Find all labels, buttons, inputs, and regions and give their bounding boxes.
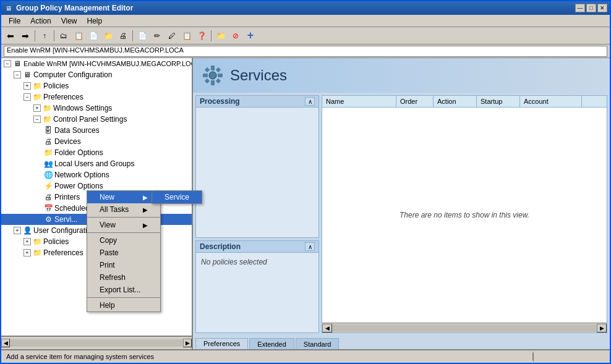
toolbar-delete[interactable]: ⊘: [229, 29, 242, 43]
tree-control-panel[interactable]: − 📁 Control Panel Settings: [1, 114, 192, 125]
toolbar: ⬅ ➡ ↑ 🗂 📋 📄 📁 🖨 📄 ✏ 🖊 📋 ❓ 📁 ⊘ +: [1, 27, 610, 44]
tree-data-sources[interactable]: 🗄 Data Sources: [1, 125, 192, 136]
tree-preferences-label: Preferences: [43, 93, 83, 101]
ctx-print[interactable]: Print: [87, 259, 160, 271]
tree-policies-label: Policies: [43, 82, 69, 90]
app-icon: 🖥: [4, 3, 14, 13]
ctx-new-arrow: ▶: [143, 194, 148, 201]
forward-button[interactable]: ➡: [19, 29, 32, 43]
menu-help[interactable]: Help: [82, 15, 108, 27]
svg-rect-4: [218, 74, 223, 77]
back-button[interactable]: ⬅: [4, 29, 17, 43]
expand-user-config[interactable]: +: [14, 227, 21, 234]
description-panel: Description ∧ No policies selected: [195, 240, 319, 333]
tree-preferences[interactable]: − 📁 Preferences: [1, 91, 192, 103]
power-icon: ⚡: [43, 181, 53, 191]
services-icon: ⚙: [43, 214, 53, 224]
toolbar-icon-7[interactable]: ✏: [150, 29, 164, 43]
tree-devices[interactable]: 🖨 Devices: [1, 136, 192, 147]
scroll-right-btn[interactable]: ▶: [597, 324, 607, 332]
scroll-track[interactable]: [332, 324, 597, 332]
up-button[interactable]: ↑: [38, 29, 51, 43]
toolbar-icon-2[interactable]: 📋: [72, 29, 85, 43]
toolbar-icon-3[interactable]: 📄: [87, 29, 100, 43]
expand-computer-config[interactable]: −: [14, 71, 21, 78]
tree-folder-options[interactable]: 📁 Folder Options: [1, 147, 192, 158]
ctx-all-tasks[interactable]: All Tasks ▶: [87, 203, 160, 216]
left-scroll-right[interactable]: ▶: [183, 339, 192, 347]
expand-root[interactable]: −: [4, 60, 11, 67]
bottom-area: ◀ ▶ Preferences Extended Standard: [1, 336, 610, 349]
description-panel-header: Description ∧: [196, 241, 318, 253]
tree-data-sources-label: Data Sources: [54, 126, 100, 135]
menu-action[interactable]: Action: [25, 15, 56, 27]
user-config-icon: 👤: [22, 226, 32, 235]
title-bar: 🖥 Group Policy Management Editor — □ ✕: [1, 1, 610, 15]
folder-control-icon: 📁: [42, 114, 52, 124]
tree-policies[interactable]: + 📁 Policies: [1, 80, 192, 91]
close-button[interactable]: ✕: [597, 4, 607, 12]
description-collapse-btn[interactable]: ∧: [305, 242, 315, 251]
maximize-button[interactable]: □: [586, 4, 596, 12]
col-order: Order: [396, 96, 434, 107]
ctx-paste[interactable]: Paste: [87, 247, 160, 259]
toolbar-icon-4[interactable]: 📁: [101, 29, 115, 43]
expand-preferences[interactable]: −: [24, 93, 31, 101]
menu-view[interactable]: View: [56, 15, 82, 27]
computer-icon: 🖥: [22, 70, 32, 80]
ctx-new[interactable]: New ▶: [87, 191, 160, 203]
title-buttons: — □ ✕: [575, 4, 607, 12]
tree-network-options[interactable]: 🌐 Network Options: [1, 169, 192, 180]
table-header: Name Order Action Startup Account: [322, 96, 607, 108]
toolbar-icon-10[interactable]: ❓: [195, 29, 208, 43]
minimize-button[interactable]: —: [575, 4, 585, 12]
folder-user-policies-icon: 📁: [32, 237, 42, 247]
status-text: Add a service item for managing system s…: [4, 353, 533, 360]
toolbar-add[interactable]: +: [244, 29, 257, 43]
ctx-sep-3: [87, 297, 160, 298]
toolbar-icon-8[interactable]: 🖊: [165, 29, 179, 43]
toolbar-icon-6[interactable]: 📄: [135, 29, 149, 43]
address-text[interactable]: Enable WnRM [WIN-HCVHMSAMBUJ.MEGACORP.LO…: [4, 46, 607, 57]
ctx-help[interactable]: Help: [87, 299, 160, 311]
status-right: [533, 352, 607, 362]
table-hscrollbar[interactable]: ◀ ▶: [322, 323, 607, 332]
expand-policies[interactable]: +: [24, 82, 31, 90]
no-policies-text: No policies selected: [201, 258, 267, 266]
expand-user-preferences[interactable]: +: [24, 249, 31, 256]
show-hide-tree[interactable]: 🗂: [57, 29, 70, 43]
tree-local-users[interactable]: 👥 Local Users and Groups: [1, 158, 192, 169]
tree-root[interactable]: − 🖥 Enable WnRM [WIN-HCVHMSAMBUJ.MEGACOR…: [1, 58, 192, 69]
description-content: No policies selected: [196, 253, 318, 271]
scroll-left-btn[interactable]: ◀: [322, 324, 332, 332]
toolbar-icon-9[interactable]: 📋: [180, 29, 194, 43]
processing-collapse-btn[interactable]: ∧: [305, 97, 315, 106]
menu-file[interactable]: File: [4, 15, 25, 27]
expand-control-panel[interactable]: −: [33, 116, 41, 123]
expand-user-policies[interactable]: +: [24, 238, 31, 245]
tab-preferences[interactable]: Preferences: [195, 338, 248, 349]
ctx-view-arrow: ▶: [143, 222, 148, 229]
folder-windows-icon: 📁: [42, 103, 52, 113]
ctx-sep-2: [87, 232, 160, 233]
ctx-view[interactable]: View ▶: [87, 219, 160, 231]
left-scroll-left[interactable]: ◀: [1, 339, 10, 347]
tree-user-preferences-label: Preferences: [43, 248, 83, 257]
tree-windows-settings[interactable]: + 📁 Windows Settings: [1, 103, 192, 114]
tab-standard[interactable]: Standard: [296, 338, 340, 349]
ctx-export[interactable]: Export List...: [87, 284, 160, 296]
ctx-copy[interactable]: Copy: [87, 234, 160, 247]
ctx-refresh[interactable]: Refresh: [87, 271, 160, 284]
title-bar-left: 🖥 Group Policy Management Editor: [4, 3, 133, 13]
tree-computer-config-label: Computer Configuration: [33, 70, 112, 79]
toolbar-icon-5[interactable]: 🖨: [116, 29, 130, 43]
expand-windows-settings[interactable]: +: [33, 104, 41, 112]
folder-user-prefs-icon: 📁: [32, 248, 42, 258]
folder-policies-icon: 📁: [32, 81, 42, 91]
tree-windows-settings-label: Windows Settings: [53, 104, 112, 112]
tree-computer-config[interactable]: − 🖥 Computer Configuration: [1, 69, 192, 80]
left-scroll-track[interactable]: [10, 339, 183, 347]
toolbar-icon-11[interactable]: 📁: [214, 29, 228, 43]
tab-extended[interactable]: Extended: [249, 338, 294, 349]
context-menu[interactable]: New ▶ All Tasks ▶ View ▶ Copy Paste Prin…: [87, 190, 161, 312]
